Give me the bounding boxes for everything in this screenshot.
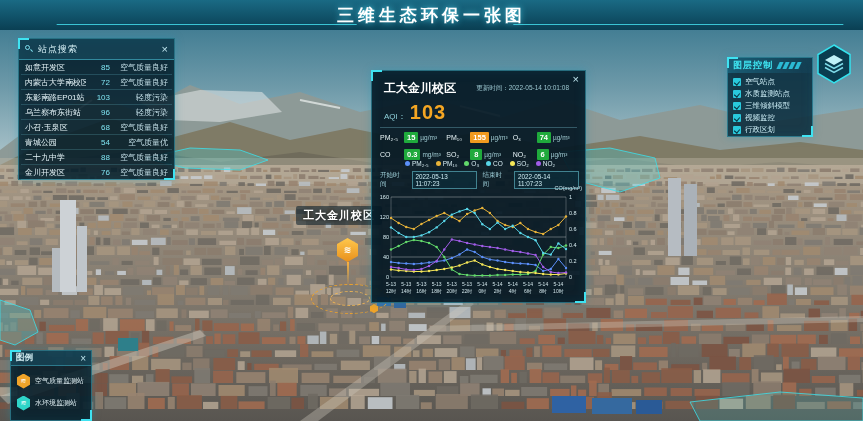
- svg-text:40: 40: [383, 254, 389, 260]
- pollutant-value: 15: [404, 132, 418, 143]
- pollutant-label: CO: [380, 151, 402, 158]
- station-list-item[interactable]: 金川开发区76空气质量良好: [21, 165, 172, 180]
- close-icon[interactable]: ×: [80, 353, 86, 364]
- layer-label: 水质监测站点: [745, 89, 790, 99]
- map-legend-panel: 图例 × ≋空气质量监测站≋水环境监测站: [10, 350, 92, 421]
- station-name: 如意开发区: [25, 62, 86, 73]
- svg-text:5-14: 5-14: [477, 281, 487, 287]
- pollutant-value: 6: [537, 149, 549, 160]
- station-aqi-value: 103: [86, 93, 110, 102]
- layer-checkbox[interactable]: [733, 90, 741, 98]
- aqi-label: AQI：: [384, 111, 406, 122]
- layer-label: 空气站点: [745, 77, 775, 87]
- station-status: 轻度污染: [110, 92, 168, 103]
- legend-item: ≋空气质量监测站: [17, 370, 85, 392]
- pollutant-unit: µg/m³: [553, 134, 570, 141]
- svg-text:0.2: 0.2: [569, 258, 577, 264]
- station-aqi-value: 72: [86, 78, 110, 87]
- chart-legend-item[interactable]: NO₂: [536, 160, 555, 167]
- pollutant-cell: O₃74µg/m³: [513, 131, 579, 143]
- layer-item[interactable]: 视频监控: [733, 112, 807, 124]
- layer-checkbox[interactable]: [733, 102, 741, 110]
- pollutant-unit: µg/m³: [484, 151, 501, 158]
- svg-text:5-14: 5-14: [553, 281, 563, 287]
- pollutant-unit: µg/m³: [420, 134, 437, 141]
- station-status: 空气质量优: [110, 137, 168, 148]
- svg-text:120: 120: [380, 214, 389, 220]
- legend-marker-icon: ≋: [17, 374, 30, 389]
- legend-label: SO₂: [517, 160, 529, 167]
- legend-dot-icon: [510, 161, 515, 166]
- station-list-item[interactable]: 乌兰察布东街站96轻度污染: [21, 105, 172, 120]
- app-stage: 三维生态环保一张图 站点搜索 × 如意开发区85空气质量良好内蒙古大学南校区72…: [0, 0, 863, 421]
- station-name: 内蒙古大学南校区: [25, 77, 86, 88]
- station-name: 金川开发区: [25, 167, 86, 178]
- header-decoration-right: [513, 24, 847, 29]
- aqi-readout: AQI： 103: [384, 101, 446, 124]
- chart-legend-item[interactable]: CO: [486, 160, 503, 167]
- legend-dot-icon: [536, 161, 541, 166]
- svg-text:8时: 8时: [539, 288, 547, 294]
- svg-text:4时: 4时: [509, 288, 517, 294]
- station-panel-header: 站点搜索 ×: [19, 39, 174, 60]
- layer-item[interactable]: 空气站点: [733, 76, 807, 88]
- pollutant-cell: NO₂6µg/m³: [513, 148, 579, 160]
- pollutant-cell: PM₂.₅15µg/m³: [380, 131, 446, 143]
- station-list-item[interactable]: 青城公园54空气质量优: [21, 135, 172, 150]
- layer-checkbox[interactable]: [733, 126, 741, 134]
- layer-checkbox[interactable]: [733, 78, 741, 86]
- station-list-panel: 站点搜索 × 如意开发区85空气质量良好内蒙古大学南校区72空气质量良好东影南路…: [18, 38, 175, 180]
- svg-text:1: 1: [569, 194, 572, 200]
- svg-text:2时: 2时: [494, 288, 502, 294]
- station-list-item[interactable]: 小召·玉泉区68空气质量良好: [21, 120, 172, 135]
- marker-ring-inner: [330, 291, 370, 306]
- station-name: 东影南路EP01站: [25, 92, 86, 103]
- station-name: 青城公园: [25, 137, 86, 148]
- layer-item[interactable]: 水质监测站点: [733, 88, 807, 100]
- close-icon[interactable]: ×: [573, 74, 579, 85]
- legend-dot-icon: [486, 161, 491, 166]
- legend-panel-title: 图例: [16, 352, 80, 364]
- legend-dot-icon: [436, 161, 441, 166]
- chart-legend-item[interactable]: O₃: [464, 160, 479, 167]
- svg-text:5-13: 5-13: [416, 281, 426, 287]
- svg-text:5-13: 5-13: [401, 281, 411, 287]
- layers-icon[interactable]: [816, 44, 852, 84]
- layer-control-panel: 图层控制 空气站点水质监测站点三维倾斜模型视频监控行政区划: [727, 57, 813, 137]
- pollutant-label: NO₂: [513, 151, 535, 158]
- pollutant-unit: µg/m³: [491, 134, 508, 141]
- svg-text:5-13: 5-13: [447, 281, 457, 287]
- close-icon[interactable]: ×: [162, 43, 168, 55]
- layer-item[interactable]: 三维倾斜模型: [733, 100, 807, 112]
- station-list-item[interactable]: 二十九中学88空气质量良好: [21, 150, 172, 165]
- station-list-item[interactable]: 东影南路EP01站103轻度污染: [21, 90, 172, 105]
- pollutant-unit: µg/m³: [551, 151, 568, 158]
- station-aqi-value: 96: [86, 108, 110, 117]
- svg-text:160: 160: [380, 194, 389, 200]
- legend-label: CO: [493, 160, 503, 167]
- pollutant-label: PM₂.₅: [380, 134, 402, 141]
- chart-legend-item[interactable]: SO₂: [510, 160, 529, 167]
- pollutant-label: PM₁₀: [446, 134, 468, 141]
- legend-label: NO₂: [543, 160, 555, 167]
- legend-panel-header: 图例 ×: [11, 351, 91, 366]
- layer-checkbox[interactable]: [733, 114, 741, 122]
- svg-text:0时: 0时: [478, 288, 486, 294]
- station-list-item[interactable]: 内蒙古大学南校区72空气质量良好: [21, 75, 172, 90]
- chart-legend-item[interactable]: PM₂.₅: [405, 160, 429, 167]
- legend-item-label: 水环境监测站: [35, 398, 77, 408]
- pollutant-label: O₃: [513, 134, 535, 141]
- layer-panel-title: 图层控制: [733, 59, 773, 72]
- svg-text:5-13: 5-13: [462, 281, 472, 287]
- svg-text:16时: 16时: [416, 288, 427, 294]
- svg-text:5-14: 5-14: [538, 281, 548, 287]
- station-status: 空气质量良好: [110, 122, 168, 133]
- svg-text:12时: 12时: [386, 288, 397, 294]
- legend-dot-icon: [405, 161, 410, 166]
- svg-text:22时: 22时: [462, 288, 473, 294]
- chart-legend-item[interactable]: PM₁₀: [436, 160, 458, 167]
- layer-item[interactable]: 行政区划: [733, 124, 807, 136]
- station-rows: 如意开发区85空气质量良好内蒙古大学南校区72空气质量良好东影南路EP01站10…: [19, 60, 174, 180]
- station-status: 空气质量良好: [110, 167, 168, 178]
- station-list-item[interactable]: 如意开发区85空气质量良好: [21, 60, 172, 75]
